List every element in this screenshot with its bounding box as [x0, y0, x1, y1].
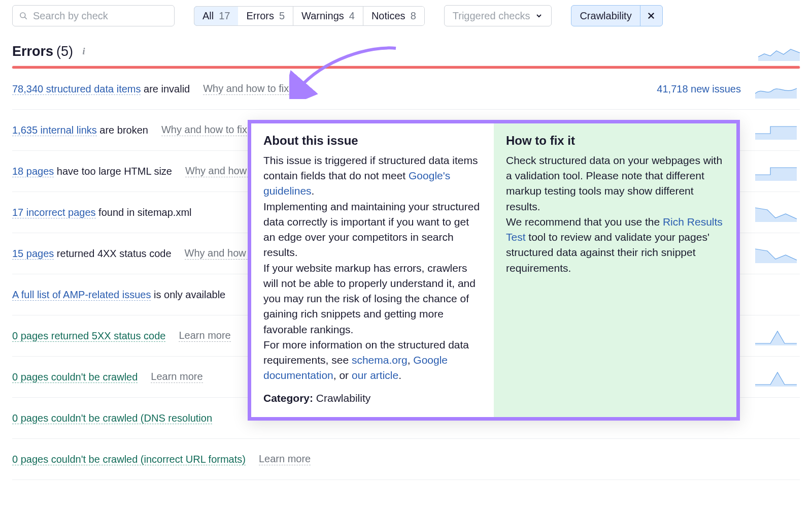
tab-count: 17 [219, 10, 230, 22]
issue-rest: returned 4XX status code [54, 248, 171, 259]
tab-label: Notices [371, 10, 405, 22]
issue-rest: are invalid [141, 83, 190, 94]
sparkline [755, 326, 797, 345]
learn-more-link[interactable]: Learn more [179, 330, 230, 342]
sparkline [755, 244, 797, 263]
sparkline [755, 162, 797, 181]
search-input-wrap[interactable] [12, 5, 175, 26]
issue-row: 0 pages couldn't be crawled (incorrect U… [12, 439, 800, 480]
filter-chip-crawlability: Crawlability [571, 5, 662, 26]
issue-link[interactable]: 17 incorrect pages [12, 207, 96, 218]
search-input[interactable] [33, 10, 168, 22]
learn-more-link[interactable]: Learn more [151, 371, 202, 383]
chip-remove-button[interactable] [640, 6, 662, 26]
svg-line-1 [25, 17, 27, 19]
filter-tabs: All 17 Errors 5 Warnings 4 Notices 8 [194, 6, 425, 26]
close-icon [647, 11, 656, 20]
issue-detail-popover: About this issue This issue is triggered… [248, 120, 740, 421]
tab-label: Warnings [301, 10, 344, 22]
fix-text: Check structured data on your webpages w… [506, 153, 724, 276]
dropdown-label: Triggered checks [453, 10, 530, 22]
issue-rest: are broken [97, 124, 148, 136]
sparkline [755, 367, 797, 387]
our-article-link[interactable]: our article [352, 369, 398, 381]
sparkline [755, 79, 797, 99]
section-count: (5) [56, 44, 73, 59]
chip-label: Crawlability [571, 10, 639, 22]
search-icon [19, 11, 28, 20]
tab-label: Errors [246, 10, 274, 22]
tab-all[interactable]: All 17 [194, 6, 239, 26]
about-panel: About this issue This issue is triggered… [251, 123, 494, 417]
issue-rest: found in sitemap.xml [96, 207, 192, 218]
issue-rest: have too large HTML size [54, 166, 172, 177]
section-title-text: Errors [12, 44, 53, 59]
fix-panel: How to fix it Check structured data on y… [494, 123, 736, 417]
section-title: Errors (5) i [12, 44, 89, 59]
issue-row: 78,340 structured data items are invalid… [12, 69, 800, 110]
sparkline [755, 203, 797, 222]
tab-errors[interactable]: Errors 5 [238, 7, 293, 25]
about-title: About this issue [263, 134, 482, 148]
issue-link[interactable]: A full list of AMP-related issues [12, 289, 151, 301]
fix-title: How to fix it [506, 134, 724, 148]
info-icon[interactable]: i [78, 46, 89, 57]
new-issues-link[interactable]: 41,718 new issues [657, 83, 741, 95]
chevron-down-icon [535, 12, 543, 20]
issue-link[interactable]: 15 pages [12, 248, 54, 260]
tab-count: 8 [411, 10, 416, 22]
why-fix-link[interactable]: Why and how to fix it [161, 124, 255, 136]
tab-warnings[interactable]: Warnings 4 [293, 7, 363, 25]
issue-link[interactable]: 0 pages couldn't be crawled [12, 371, 138, 383]
tab-count: 5 [279, 10, 285, 22]
sparkline [758, 42, 800, 61]
tab-notices[interactable]: Notices 8 [363, 7, 424, 25]
issue-rest: is only available [151, 289, 225, 300]
triggered-checks-dropdown[interactable]: Triggered checks [444, 5, 552, 26]
svg-point-0 [20, 13, 25, 18]
category-line: Category: Crawlability [263, 391, 482, 406]
tab-label: All [202, 10, 214, 22]
sparkline [755, 120, 797, 140]
issue-link[interactable]: 18 pages [12, 166, 54, 177]
issue-link[interactable]: 78,340 structured data items [12, 83, 141, 95]
issue-link[interactable]: 0 pages couldn't be crawled (DNS resolut… [12, 412, 212, 424]
why-fix-link[interactable]: Why and how to fix it [203, 83, 297, 95]
about-text: This issue is triggered if structured da… [263, 153, 482, 384]
toolbar: All 17 Errors 5 Warnings 4 Notices 8 Tri… [12, 5, 800, 26]
section-header: Errors (5) i [12, 42, 800, 61]
schema-org-link[interactable]: schema.org [352, 354, 408, 366]
tab-count: 4 [349, 10, 355, 22]
learn-more-link[interactable]: Learn more [259, 453, 311, 465]
issue-link[interactable]: 0 pages returned 5XX status code [12, 330, 165, 342]
issue-link[interactable]: 0 pages couldn't be crawled (incorrect U… [12, 454, 246, 465]
issue-link[interactable]: 1,635 internal links [12, 124, 97, 136]
